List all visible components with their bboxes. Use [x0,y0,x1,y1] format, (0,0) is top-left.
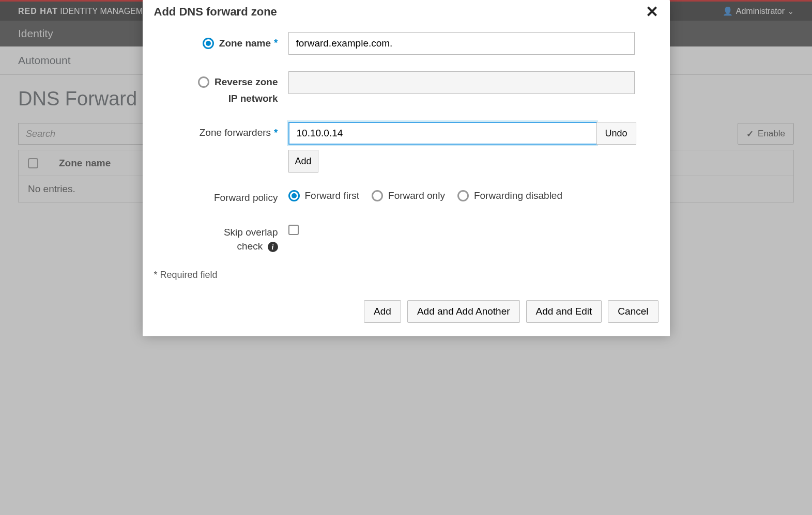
policy-disabled-radio[interactable] [457,190,469,201]
policy-first-radio[interactable] [288,190,300,201]
reverse-zone-radio[interactable] [198,76,209,88]
zone-name-radio[interactable] [203,38,214,49]
add-forwarder-button[interactable]: Add [288,150,318,173]
zone-forwarders-label: Zone forwarders [200,127,271,138]
close-icon[interactable]: ✕ [646,4,658,20]
policy-only-radio[interactable] [372,190,383,201]
modal-overlay: Add DNS forward zone ✕ Zone name * [0,0,812,215]
dialog-header: Add DNS forward zone ✕ [143,0,670,27]
zone-name-input[interactable] [288,32,635,55]
policy-only-label: Forward only [388,190,445,201]
zone-forwarder-input[interactable] [288,122,596,145]
forward-policy-label: Forward policy [214,192,278,203]
reverse-zone-label-l1: Reverse zone [215,75,278,89]
reverse-zone-input [288,71,635,94]
policy-first-label: Forward first [305,190,360,201]
add-dns-forward-zone-dialog: Add DNS forward zone ✕ Zone name * [143,0,670,215]
reverse-zone-label-l2: IP network [228,93,278,104]
required-marker: * [274,37,278,48]
dialog-title: Add DNS forward zone [154,5,277,19]
undo-button[interactable]: Undo [596,122,636,145]
zone-name-label: Zone name [219,37,271,51]
policy-disabled-label: Forwarding disabled [474,190,562,201]
required-marker: * [274,127,278,138]
dialog-body: Zone name * Reverse zone IP network [143,27,670,215]
